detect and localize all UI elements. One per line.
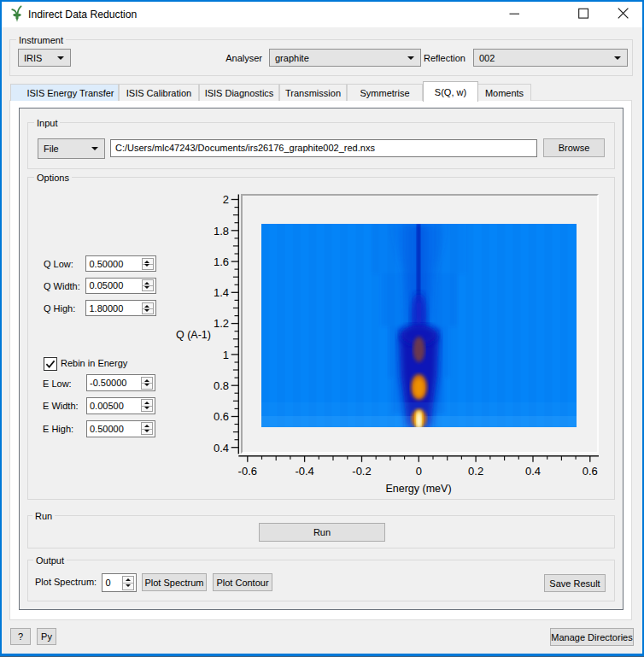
svg-text:0.4: 0.4 xyxy=(525,465,541,478)
svg-text:0.6: 0.6 xyxy=(583,465,598,478)
svg-text:-0.2: -0.2 xyxy=(352,465,371,478)
svg-text:1.4: 1.4 xyxy=(214,286,229,299)
svg-text:1.2: 1.2 xyxy=(214,317,229,330)
svg-text:1: 1 xyxy=(223,349,229,361)
svg-text:1.8: 1.8 xyxy=(214,225,229,238)
svg-text:2: 2 xyxy=(223,193,229,206)
svg-text:0.2: 0.2 xyxy=(468,465,483,478)
svg-text:0: 0 xyxy=(416,465,422,478)
svg-text:0.8: 0.8 xyxy=(214,379,229,392)
svg-text:1.6: 1.6 xyxy=(214,255,229,268)
svg-text:0.4: 0.4 xyxy=(214,442,229,455)
svg-text:Q (A-1): Q (A-1) xyxy=(176,329,211,341)
svg-text:0.6: 0.6 xyxy=(214,410,229,423)
svg-text:-0.6: -0.6 xyxy=(238,465,257,478)
svg-text:Energy (meV): Energy (meV) xyxy=(385,483,451,495)
svg-text:-0.4: -0.4 xyxy=(295,465,313,478)
